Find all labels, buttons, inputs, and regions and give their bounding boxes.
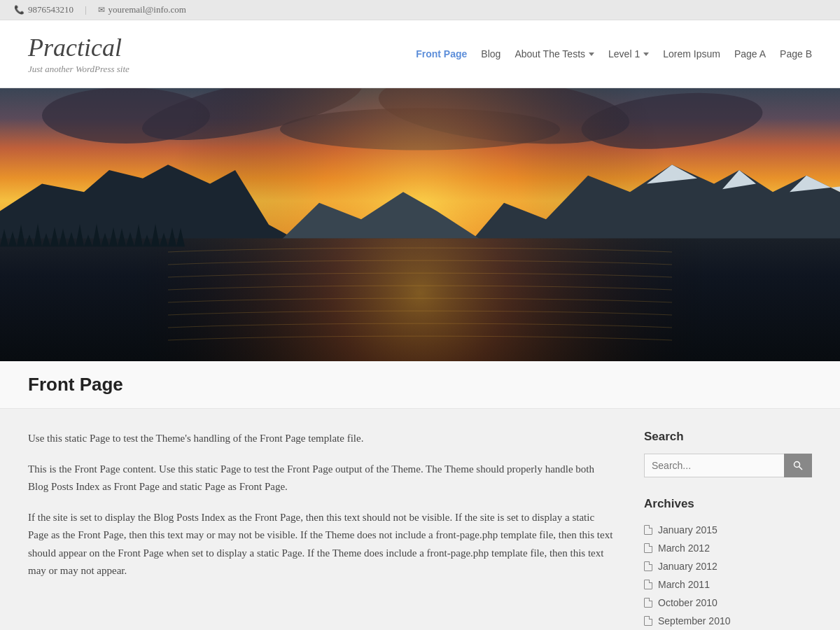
email-contact: ✉ youremail@info.com bbox=[98, 4, 186, 15]
document-icon bbox=[644, 580, 652, 589]
content-area: Use this static Page to test the Theme's… bbox=[0, 409, 840, 630]
search-input[interactable] bbox=[644, 454, 784, 477]
archive-link-oct2010[interactable]: October 2010 bbox=[658, 597, 718, 608]
content-paragraph-1: Use this static Page to test the Theme's… bbox=[28, 430, 616, 448]
chevron-down-icon bbox=[643, 52, 649, 56]
paragraph-3-text: If the site is set to display the Blog P… bbox=[28, 512, 612, 577]
main-navigation: Front Page Blog About The Tests Level 1 … bbox=[416, 48, 812, 59]
site-header: Practical Just another WordPress site Fr… bbox=[0, 20, 840, 88]
page-title-bar: Front Page bbox=[0, 361, 840, 409]
page-title: Front Page bbox=[28, 374, 812, 396]
topbar: 📞 9876543210 | ✉ youremail@info.com bbox=[0, 0, 840, 20]
main-content: Use this static Page to test the Theme's… bbox=[28, 430, 616, 630]
search-button[interactable] bbox=[784, 454, 812, 477]
svg-line-1 bbox=[799, 467, 803, 470]
archives-list: January 2015 March 2012 January 2012 Mar… bbox=[644, 521, 812, 630]
search-icon bbox=[793, 461, 803, 470]
nav-level1[interactable]: Level 1 bbox=[608, 48, 649, 59]
nav-page-a[interactable]: Page A bbox=[734, 48, 766, 59]
archive-link-mar2012[interactable]: March 2012 bbox=[658, 542, 710, 554]
list-item: March 2012 bbox=[644, 539, 812, 557]
svg-point-0 bbox=[794, 462, 800, 468]
nav-blog[interactable]: Blog bbox=[481, 48, 500, 59]
document-icon bbox=[644, 616, 652, 626]
document-icon bbox=[644, 525, 652, 535]
phone-icon: 📞 bbox=[14, 5, 24, 15]
email-icon: ✉ bbox=[98, 5, 105, 15]
archives-widget-title: Archives bbox=[644, 497, 812, 511]
phone-number: 9876543210 bbox=[28, 4, 74, 15]
paragraph-2-text: This is the Front Page content. Use this… bbox=[28, 463, 594, 493]
topbar-separator: | bbox=[85, 4, 87, 15]
site-title[interactable]: Practical bbox=[28, 33, 130, 62]
site-branding: Practical Just another WordPress site bbox=[28, 33, 130, 75]
document-icon bbox=[644, 543, 652, 553]
email-address: youremail@info.com bbox=[108, 4, 186, 15]
archives-widget: Archives January 2015 March 2012 January… bbox=[644, 497, 812, 630]
sidebar: Search Archives January 2015 bbox=[644, 430, 812, 630]
search-form bbox=[644, 454, 812, 477]
hero-canvas bbox=[0, 88, 840, 361]
archive-link-jan2015[interactable]: January 2015 bbox=[658, 524, 718, 536]
search-widget: Search bbox=[644, 430, 812, 477]
nav-lorem-ipsum[interactable]: Lorem Ipsum bbox=[663, 48, 720, 59]
hero-image bbox=[0, 88, 840, 361]
nav-about-tests[interactable]: About The Tests bbox=[514, 48, 594, 59]
content-paragraph-2: This is the Front Page content. Use this… bbox=[28, 461, 616, 496]
list-item: September 2010 bbox=[644, 612, 812, 630]
content-paragraph-3: If the site is set to display the Blog P… bbox=[28, 509, 616, 580]
list-item: January 2015 bbox=[644, 521, 812, 539]
document-icon bbox=[644, 561, 652, 571]
site-tagline: Just another WordPress site bbox=[28, 64, 130, 75]
list-item: March 2011 bbox=[644, 575, 812, 594]
chevron-down-icon bbox=[589, 52, 594, 56]
nav-front-page[interactable]: Front Page bbox=[416, 48, 467, 59]
search-widget-title: Search bbox=[644, 430, 812, 444]
archive-link-sep2010[interactable]: September 2010 bbox=[658, 615, 731, 626]
list-item: October 2010 bbox=[644, 594, 812, 612]
list-item: January 2012 bbox=[644, 557, 812, 575]
archive-link-mar2011[interactable]: March 2011 bbox=[658, 579, 710, 590]
phone-contact: 📞 9876543210 bbox=[14, 4, 74, 15]
archive-link-jan2012[interactable]: January 2012 bbox=[658, 561, 718, 572]
document-icon bbox=[644, 598, 652, 608]
nav-page-b[interactable]: Page B bbox=[780, 48, 812, 59]
